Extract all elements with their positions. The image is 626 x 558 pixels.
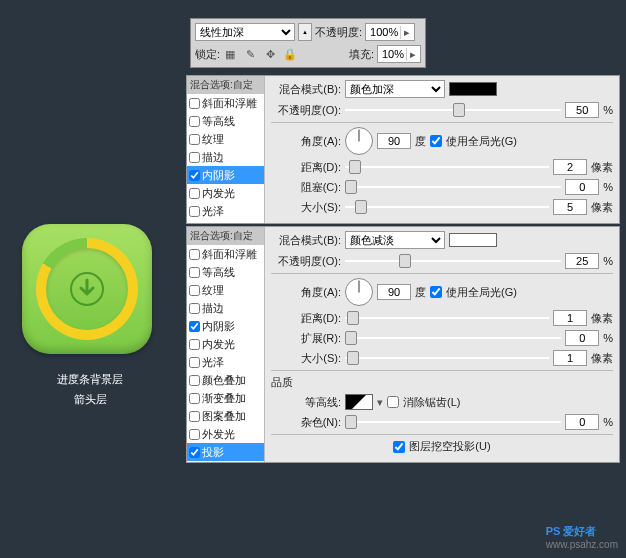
style-checkbox[interactable] [189,375,200,386]
distance-input[interactable] [553,159,587,175]
chevron-down-icon[interactable]: ▸ [400,26,412,39]
size-slider[interactable] [345,200,549,214]
size-input[interactable] [553,199,587,215]
opacity-input[interactable] [565,102,599,118]
style-checkbox[interactable] [189,321,200,332]
style-checkbox[interactable] [189,116,200,127]
angle-dial[interactable] [345,278,373,306]
angle-dial[interactable] [345,127,373,155]
spread-input[interactable] [565,330,599,346]
opacity-value-box[interactable]: 100%▸ [365,23,415,41]
style-item-光泽[interactable]: 光泽 [187,353,264,371]
choke-slider[interactable] [345,180,561,194]
choke-input[interactable] [565,179,599,195]
style-item-颜色叠加[interactable]: 颜色叠加 [187,371,264,389]
blending-options-header[interactable]: 混合选项:自定 [187,76,264,94]
style-item-描边[interactable]: 描边 [187,148,264,166]
spread-slider[interactable] [345,331,561,345]
style-item-斜面和浮雕[interactable]: 斜面和浮雕 [187,245,264,263]
style-item-内阴影[interactable]: 内阴影 [187,166,264,184]
layer-style-panel-drop-shadow: 混合选项:自定 斜面和浮雕等高线纹理描边内阴影内发光光泽颜色叠加渐变叠加图案叠加… [186,226,620,463]
style-label: 图案叠加 [202,409,246,424]
global-light-checkbox[interactable] [430,286,442,298]
style-label: 投影 [202,445,224,460]
style-item-投影[interactable]: 投影 [187,443,264,461]
opacity-input[interactable] [565,253,599,269]
distance-input[interactable] [553,310,587,326]
style-checkbox[interactable] [189,357,200,368]
style-checkbox[interactable] [189,411,200,422]
style-checkbox[interactable] [189,267,200,278]
style-checkbox[interactable] [189,98,200,109]
settings-area: 混合模式(B): 颜色加深 不透明度(O): % 角度(A): 度 使用全局光(… [265,76,619,223]
angle-label: 角度(A): [271,285,341,300]
style-label: 纹理 [202,132,224,147]
style-item-图案叠加[interactable]: 图案叠加 [187,407,264,425]
spinner-icon[interactable]: ▲ [298,23,312,41]
quality-label: 品质 [271,375,341,390]
style-checkbox[interactable] [189,249,200,260]
size-input[interactable] [553,350,587,366]
style-item-纹理[interactable]: 纹理 [187,130,264,148]
style-checkbox[interactable] [189,134,200,145]
style-item-描边[interactable]: 描边 [187,299,264,317]
noise-slider[interactable] [345,415,561,429]
layer-blend-mode-select[interactable]: 线性加深 [195,23,295,41]
chevron-down-icon[interactable]: ▸ [406,48,418,61]
lock-transparency-icon[interactable]: ▦ [223,47,237,61]
distance-slider[interactable] [345,311,549,325]
lock-all-icon[interactable]: 🔒 [283,47,297,61]
distance-slider[interactable] [345,160,549,174]
style-label: 颜色叠加 [202,373,246,388]
antialias-checkbox[interactable] [387,396,399,408]
style-checkbox[interactable] [189,170,200,181]
style-item-内发光[interactable]: 内发光 [187,335,264,353]
style-item-渐变叠加[interactable]: 渐变叠加 [187,389,264,407]
layer-style-panel-inner-shadow: 混合选项:自定 斜面和浮雕等高线纹理描边内阴影内发光光泽 混合模式(B): 颜色… [186,75,620,224]
contour-label: 等高线: [271,395,341,410]
style-checkbox[interactable] [189,152,200,163]
size-slider[interactable] [345,351,549,365]
style-checkbox[interactable] [189,429,200,440]
style-label: 内阴影 [202,319,235,334]
style-item-内发光[interactable]: 内发光 [187,184,264,202]
style-label: 描边 [202,301,224,316]
style-checkbox[interactable] [189,393,200,404]
fill-value-box[interactable]: 10%▸ [377,45,421,63]
blending-options-header[interactable]: 混合选项:自定 [187,227,264,245]
lock-move-icon[interactable]: ✥ [263,47,277,61]
style-checkbox[interactable] [189,285,200,296]
spread-label: 扩展(R): [271,331,341,346]
style-checkbox[interactable] [189,206,200,217]
noise-input[interactable] [565,414,599,430]
opacity-label: 不透明度: [315,25,362,40]
style-label: 等高线 [202,265,235,280]
distance-label: 距离(D): [271,311,341,326]
blend-mode-select[interactable]: 颜色减淡 [345,231,445,249]
size-label: 大小(S): [271,351,341,366]
style-checkbox[interactable] [189,303,200,314]
angle-input[interactable] [377,284,411,300]
blend-mode-select[interactable]: 颜色加深 [345,80,445,98]
style-item-纹理[interactable]: 纹理 [187,281,264,299]
contour-swatch[interactable] [345,394,373,410]
style-checkbox[interactable] [189,339,200,350]
angle-input[interactable] [377,133,411,149]
noise-label: 杂色(N): [271,415,341,430]
style-item-等高线[interactable]: 等高线 [187,112,264,130]
opacity-slider[interactable] [345,103,561,117]
style-item-等高线[interactable]: 等高线 [187,263,264,281]
knockout-checkbox[interactable] [393,441,405,453]
style-item-外发光[interactable]: 外发光 [187,425,264,443]
style-checkbox[interactable] [189,447,200,458]
style-item-光泽[interactable]: 光泽 [187,202,264,220]
style-item-内阴影[interactable]: 内阴影 [187,317,264,335]
style-checkbox[interactable] [189,188,200,199]
style-item-斜面和浮雕[interactable]: 斜面和浮雕 [187,94,264,112]
chevron-down-icon[interactable]: ▾ [377,396,383,409]
opacity-slider[interactable] [345,254,561,268]
lock-brush-icon[interactable]: ✎ [243,47,257,61]
global-light-checkbox[interactable] [430,135,442,147]
color-swatch[interactable] [449,233,497,247]
color-swatch[interactable] [449,82,497,96]
